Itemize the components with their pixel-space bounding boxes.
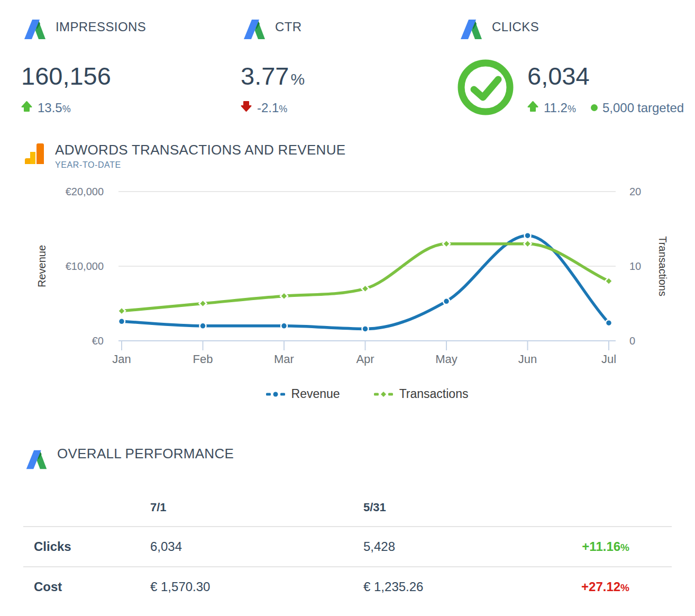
table-header-row: 7/1 5/31: [23, 489, 672, 527]
kpi-delta-text: 11.2%: [544, 101, 576, 115]
arrow-up-icon: [21, 101, 32, 115]
transactions-revenue-chart: €0€10,000€20,00001020JanFebMarAprMayJunJ…: [0, 184, 695, 370]
transactions-legend-mark-icon: [374, 387, 393, 401]
table-change-cell: +11.16%: [548, 527, 672, 567]
check-circle-icon: [458, 59, 514, 117]
kpi-card-impressions: IMPRESSIONS 160,156 13.5%: [21, 15, 241, 117]
arrow-down-icon: [241, 101, 252, 115]
svg-text:€0: €0: [92, 335, 104, 347]
performance-section: OVERALL PERFORMANCE 7/1 5/31 Clicks 6,03…: [0, 446, 695, 606]
performance-table: 7/1 5/31 Clicks 6,034 5,428 +11.16% Cost…: [23, 489, 672, 606]
svg-text:Jul: Jul: [601, 352, 616, 366]
row-previous-value: € 1,235.26: [363, 567, 548, 606]
legend-label: Transactions: [399, 387, 469, 401]
kpi-title: CTR: [275, 20, 302, 34]
svg-text:May: May: [435, 352, 458, 366]
chart-legend: Revenue Transactions: [20, 387, 695, 401]
adwords-logo-icon: [23, 446, 50, 474]
row-current-value: € 1,570.30: [150, 567, 363, 606]
svg-text:0: 0: [629, 335, 635, 347]
kpi-delta: -2.1%: [241, 101, 458, 115]
table-col-previous: 5/31: [363, 489, 548, 527]
kpi-delta: 11.2% 5,000 targeted: [527, 101, 684, 115]
target-dot-icon: [591, 104, 598, 111]
kpi-value: 160,156: [21, 62, 241, 90]
svg-text:Feb: Feb: [193, 352, 213, 366]
adwords-logo-icon: [458, 15, 485, 44]
kpi-value: 6,034: [527, 62, 684, 90]
kpi-row: IMPRESSIONS 160,156 13.5% CTR 3.77%: [0, 0, 695, 117]
table-col-change: [548, 489, 672, 527]
kpi-delta-text: 13.5%: [38, 101, 71, 115]
target-group: 5,000 targeted: [591, 101, 684, 115]
svg-text:Jan: Jan: [112, 352, 131, 366]
svg-text:€10,000: €10,000: [66, 260, 104, 272]
adwords-logo-icon: [241, 15, 268, 44]
kpi-delta: 13.5%: [21, 101, 241, 115]
target-label: targeted: [637, 101, 684, 115]
kpi-card-ctr: CTR 3.77% -2.1%: [241, 15, 458, 117]
chart-title: ADWORDS TRANSACTIONS AND REVENUE: [55, 142, 345, 158]
table-row: Cost € 1,570.30 € 1,235.26 +27.12%: [23, 567, 672, 606]
svg-text:Mar: Mar: [274, 352, 294, 366]
kpi-card-clicks: CLICKS 6,034 11.2% 5,000: [458, 15, 677, 117]
kpi-value: 3.77%: [241, 62, 458, 90]
table-change-cell: +27.12%: [548, 567, 672, 606]
legend-item-transactions[interactable]: Transactions: [374, 387, 469, 401]
row-label: Cost: [23, 567, 150, 606]
legend-label: Revenue: [291, 387, 340, 401]
legend-item-revenue[interactable]: Revenue: [266, 387, 340, 401]
arrow-up-icon: [527, 101, 538, 115]
revenue-legend-mark-icon: [266, 387, 285, 401]
adwords-logo-icon: [21, 15, 49, 44]
svg-text:10: 10: [629, 260, 641, 272]
analytics-logo-icon: [23, 142, 48, 168]
svg-text:20: 20: [629, 186, 641, 197]
svg-text:Apr: Apr: [356, 352, 374, 366]
row-previous-value: 5,428: [363, 527, 548, 567]
row-current-value: 6,034: [150, 527, 363, 567]
chart-subtitle: YEAR-TO-DATE: [55, 160, 345, 170]
performance-title: OVERALL PERFORMANCE: [57, 446, 234, 462]
kpi-delta-text: -2.1%: [257, 101, 287, 115]
kpi-title: IMPRESSIONS: [56, 20, 146, 34]
target-value: 5,000: [602, 101, 634, 115]
svg-text:Revenue: Revenue: [36, 245, 48, 287]
kpi-title: CLICKS: [492, 20, 539, 34]
svg-text:Transactions: Transactions: [657, 236, 669, 296]
svg-text:Jun: Jun: [518, 352, 537, 366]
table-corner-cell: [23, 489, 150, 527]
chart-section: ADWORDS TRANSACTIONS AND REVENUE YEAR-TO…: [0, 142, 695, 401]
table-row: Clicks 6,034 5,428 +11.16%: [23, 527, 672, 567]
row-label: Clicks: [23, 527, 150, 567]
svg-text:€20,000: €20,000: [66, 186, 104, 197]
table-col-current: 7/1: [150, 489, 363, 527]
